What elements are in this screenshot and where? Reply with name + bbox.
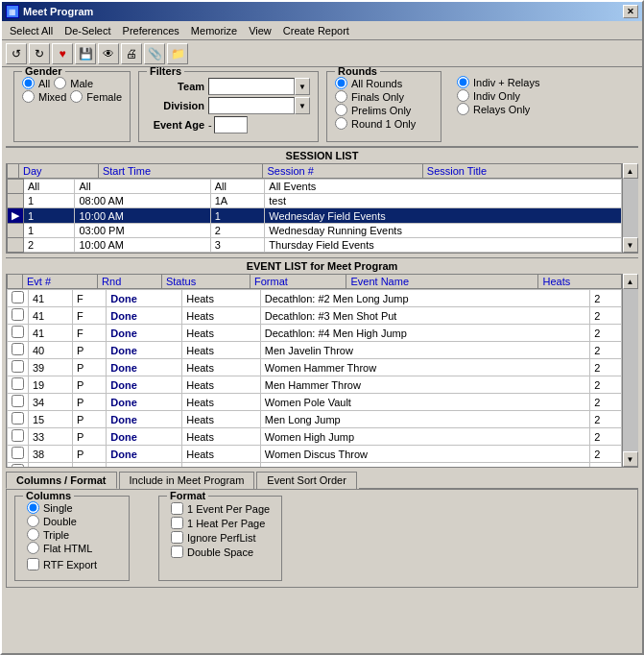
menu-de-select[interactable]: De-Select	[59, 23, 116, 38]
col-rtf-checkbox[interactable]	[27, 558, 39, 570]
tab-event-sort[interactable]: Event Sort Order	[256, 472, 357, 489]
redo-button[interactable]: ↻	[29, 43, 50, 64]
event-row[interactable]: 41 F Done Heats Decathlon: #4 Men High J…	[8, 325, 622, 342]
scroll-down-btn[interactable]: ▼	[623, 237, 638, 253]
event-checkbox[interactable]	[12, 447, 24, 459]
team-dropdown-btn[interactable]: ▼	[295, 78, 310, 95]
start-all: All	[75, 180, 210, 194]
rounds-prelims-radio[interactable]	[335, 104, 347, 116]
rounds-finals-radio[interactable]	[335, 90, 347, 103]
session-row-2[interactable]: 1 03:00 PM 2 Wednesday Running Events	[8, 224, 622, 238]
tab-columns-format[interactable]: Columns / Format	[6, 472, 117, 489]
menu-select-all[interactable]: Select All	[4, 23, 59, 38]
event-format: Heats	[182, 411, 261, 428]
event-row[interactable]: 40 P Done Heats Men Javelin Throw 2	[8, 342, 622, 359]
event-evt: 34	[29, 394, 73, 411]
event-scrollbar[interactable]: ▲ ▼	[622, 274, 637, 467]
event-checkbox[interactable]	[12, 429, 24, 442]
scroll-up-btn[interactable]: ▲	[623, 163, 638, 179]
gender-mixed-radio[interactable]	[22, 90, 35, 103]
event-checkbox[interactable]	[12, 343, 24, 355]
event-row[interactable]: 33 P Done Heats Women High Jump 2	[8, 428, 622, 446]
gender-male-radio[interactable]	[54, 77, 66, 89]
col-double-radio[interactable]	[27, 515, 39, 527]
tabs-container: Columns / Format Include in Meet Program…	[6, 468, 638, 588]
session-table-scroll[interactable]: All All All All Events 1 08:00 AM 1A	[7, 179, 622, 253]
event-row[interactable]: 38 P Done Heats Women Discus Throw 2	[8, 446, 622, 463]
event-checkbox[interactable]	[12, 377, 24, 390]
event-row[interactable]: 39 P Done Heats Women Hammer Throw 2	[8, 359, 622, 376]
col-format: Format	[250, 275, 346, 289]
event-checkbox[interactable]	[12, 395, 24, 407]
rounds-round1-row: Round 1 Only	[335, 117, 433, 130]
save-button[interactable]: 💾	[75, 43, 96, 64]
event-evt: 41	[29, 325, 73, 342]
rounds-round1-radio[interactable]	[335, 117, 347, 130]
event-scroll-down-btn[interactable]: ▼	[623, 451, 638, 467]
event-checkbox[interactable]	[12, 308, 24, 321]
event-row[interactable]: 35 P Done Heats Women Long Jump 2	[8, 463, 622, 468]
event-checkbox[interactable]	[12, 326, 24, 338]
indiv-relays-radio[interactable]	[457, 76, 469, 88]
event-scroll-up-btn[interactable]: ▲	[623, 274, 638, 289]
open-button[interactable]: 📁	[167, 43, 188, 64]
tab-content-columns-format: Columns Single Double Triple	[6, 489, 638, 588]
gender-all-radio[interactable]	[22, 77, 35, 89]
rounds-all-radio[interactable]	[335, 77, 347, 89]
undo-button[interactable]: ↺	[6, 43, 27, 64]
event-checkbox[interactable]	[12, 291, 24, 303]
session-row-all[interactable]: All All All All Events	[8, 180, 622, 194]
event-row[interactable]: 15 P Done Heats Men Long Jump 2	[8, 411, 622, 428]
session-row-3[interactable]: 2 10:00 AM 3 Thursday Field Events	[8, 238, 622, 253]
tabs-area: Columns / Format Include in Meet Program…	[6, 472, 638, 489]
menu-create-report[interactable]: Create Report	[277, 23, 355, 38]
view-button[interactable]: 👁	[98, 43, 119, 64]
col-flat-html-radio[interactable]	[27, 542, 39, 554]
print-button[interactable]: 🖨	[121, 43, 142, 64]
event-rnd: P	[72, 376, 106, 394]
team-input[interactable]	[208, 78, 295, 95]
event-row[interactable]: 19 P Done Heats Men Hammer Throw 2	[8, 376, 622, 394]
fmt-ignore-perf-checkbox[interactable]	[171, 531, 183, 544]
tab-include[interactable]: Include in Meet Program	[119, 472, 255, 489]
event-checkbox[interactable]	[12, 412, 24, 425]
col-rtf-row: RTF Export	[27, 558, 117, 570]
indiv-relays-label: Indiv + Relays	[473, 77, 539, 88]
session-row-1a[interactable]: 1 08:00 AM 1A test	[8, 194, 622, 208]
favorite-button[interactable]: ♥	[52, 43, 73, 64]
menu-view[interactable]: View	[243, 23, 277, 38]
fmt-event-per-page-checkbox[interactable]	[171, 502, 183, 515]
indiv-only-radio[interactable]	[457, 89, 469, 102]
event-row[interactable]: 41 F Done Heats Decathlon: #2 Men Long J…	[8, 290, 622, 307]
main-window: ▦ Meet Program ✕ Select All De-Select Pr…	[0, 0, 644, 655]
gender-female-radio[interactable]	[70, 90, 83, 103]
toolbar: ↺ ↻ ♥ 💾 👁 🖨 📎 📁	[2, 40, 642, 67]
event-row[interactable]: 41 F Done Heats Decathlon: #3 Men Shot P…	[8, 307, 622, 325]
col-triple-radio[interactable]	[27, 528, 39, 541]
event-evt: 19	[29, 376, 73, 394]
event-checkbox[interactable]	[12, 464, 24, 467]
event-check-cell	[8, 325, 29, 342]
fmt-double-space-checkbox[interactable]	[171, 546, 183, 558]
division-input[interactable]	[208, 97, 295, 114]
relays-only-radio[interactable]	[457, 103, 469, 115]
close-button[interactable]: ✕	[623, 5, 638, 18]
menu-memorize[interactable]: Memorize	[185, 23, 243, 38]
attach-button[interactable]: 📎	[144, 43, 165, 64]
age-from-input[interactable]	[214, 116, 248, 133]
rounds-group: Rounds All Rounds Finals Only Prelims On…	[326, 71, 441, 142]
session-scrollbar[interactable]: ▲ ▼	[622, 163, 637, 253]
start-1: 10:00 AM	[75, 208, 210, 224]
event-row[interactable]: 34 P Done Heats Women Pole Vault 2	[8, 394, 622, 411]
menu-preferences[interactable]: Preferences	[117, 23, 185, 38]
event-checkbox[interactable]	[12, 360, 24, 373]
session-row-1[interactable]: ▶ 1 10:00 AM 1 Wednesday Field Events	[8, 208, 622, 224]
start-1a: 08:00 AM	[75, 194, 210, 208]
division-dropdown-btn[interactable]: ▼	[295, 97, 310, 114]
rounds-all-label: All Rounds	[351, 78, 402, 89]
col-rnd: Rnd	[98, 275, 162, 289]
event-list-scroll[interactable]: 41 F Done Heats Decathlon: #2 Men Long J…	[7, 289, 622, 467]
event-rnd: F	[72, 290, 106, 307]
col-single-radio[interactable]	[27, 501, 39, 514]
fmt-heat-per-page-checkbox[interactable]	[171, 517, 183, 529]
